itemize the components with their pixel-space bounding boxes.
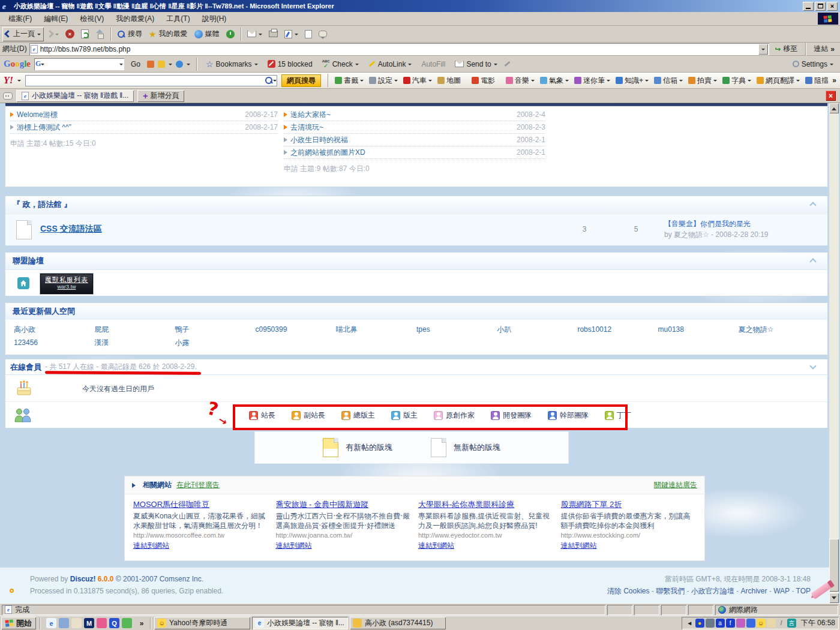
ad-title-link[interactable]: MOSOR馬仕得咖啡豆 — [133, 499, 269, 510]
quick-launch-icon[interactable]: M — [84, 618, 94, 628]
yahoo-toolbar-button[interactable]: 信箱 — [654, 76, 683, 86]
google-autofill-button[interactable]: AutoFill — [418, 57, 448, 71]
stop-button[interactable]: × — [62, 27, 77, 41]
messenger-button[interactable] — [316, 27, 330, 41]
forum-name-link[interactable]: CSS 交流語法區 — [40, 224, 102, 235]
menu-item[interactable]: 我的最愛(A) — [110, 12, 160, 26]
tray-icon[interactable] — [767, 619, 776, 628]
yahoo-toolbar-button[interactable]: 阻擋跳窗 — [805, 76, 828, 86]
yahoo-toolbar-button[interactable]: 設定 — [369, 76, 398, 86]
menu-item[interactable]: 說明(H) — [196, 12, 233, 26]
space-user-link[interactable]: 鴨子 — [175, 323, 255, 335]
yahoo-toolbar-button[interactable]: 迷你筆 — [574, 76, 610, 86]
yahoo-toolbar-button[interactable]: 書籤 — [335, 76, 364, 86]
tray-icon[interactable]: 言 — [787, 619, 796, 628]
google-bookmarks-button[interactable]: ☆ Bookmarks — [203, 57, 261, 71]
google-popup-blocker-button[interactable]: 15 blocked — [265, 57, 316, 71]
space-user-link[interactable]: 漢漢 — [94, 337, 175, 349]
yahoo-search-input[interactable] — [25, 75, 277, 86]
start-button[interactable]: 開始 — [1, 617, 36, 629]
footer-link[interactable]: 聯繫我們 — [650, 587, 685, 595]
media-button[interactable]: 媒體 — [191, 27, 223, 41]
google-star-add-icon[interactable] — [158, 61, 165, 68]
quick-launch-icon[interactable] — [122, 618, 132, 628]
edit-button[interactable] — [281, 27, 301, 41]
ad-title-link[interactable]: 喬安旅遊 - 金典中國新遊蹤 — [276, 499, 412, 510]
google-sendto-button[interactable]: Send to — [452, 57, 500, 71]
task-button[interactable]: 高小政 (asd7374415) — [350, 617, 446, 629]
yahoo-toolbar-button[interactable]: 知識+ — [616, 76, 649, 86]
address-input[interactable]: e http://bbs.tw789.net/bbs.php — [29, 43, 770, 55]
tray-icon[interactable] — [746, 619, 755, 628]
yahoo-websearch-button[interactable]: 網頁搜尋 — [281, 74, 321, 87]
yahoo-overflow-icon[interactable]: » — [832, 76, 836, 85]
space-user-link[interactable]: 夏之物語☆ — [739, 323, 819, 335]
tray-icon[interactable]: f — [726, 619, 735, 628]
taskbar-clock[interactable]: 下午 06:58 — [801, 618, 835, 628]
tray-icon[interactable] — [706, 619, 715, 628]
ad-visit-link[interactable]: 連結到網站 — [418, 541, 454, 551]
footer-link-label[interactable]: 清除 Cookies — [607, 587, 650, 595]
google-news-icon[interactable] — [147, 61, 154, 68]
space-user-link[interactable]: 喵北鼻 — [336, 323, 416, 335]
ad-visit-link[interactable]: 連結到網站 — [276, 541, 312, 551]
forward-button[interactable] — [44, 27, 62, 41]
tray-icon[interactable]: a — [716, 619, 725, 628]
ad-title-link[interactable]: 股票網路下單 2折 — [561, 499, 697, 510]
space-user-link[interactable]: 小趴 — [497, 323, 577, 335]
footer-link[interactable]: 小政官方論壇 — [685, 587, 734, 595]
yahoo-toolbar-button[interactable]: 拍賣 — [688, 76, 717, 86]
new-tab-button[interactable]: + 新增分頁 — [137, 90, 184, 102]
space-user-link[interactable]: 123456 — [14, 337, 94, 349]
minimize-button[interactable] — [803, 2, 814, 11]
mail-button[interactable] — [244, 27, 265, 41]
highlighter-icon[interactable] — [504, 61, 510, 67]
quick-launch-icon[interactable]: Q — [109, 618, 119, 628]
links-button[interactable]: 連結 » — [811, 42, 838, 56]
thread-title-link[interactable]: 去清境玩~ — [290, 122, 503, 133]
thread-title-link[interactable]: 送給大家搭~ — [290, 110, 503, 120]
keyword-ads-link[interactable]: 關鍵連結廣告 — [654, 480, 697, 490]
space-user-link[interactable]: 高小政 — [14, 323, 94, 335]
space-user-link[interactable]: 屁屁 — [94, 323, 175, 335]
thread-title-link[interactable]: 小政生日時的祝福 — [290, 135, 503, 145]
ad-visit-link[interactable]: 連結到網站 — [561, 541, 597, 551]
post-ad-link[interactable]: 在此刊登廣告 — [176, 480, 220, 490]
task-button[interactable]: e 小政娛樂論壇 -- 寵物 ‖... — [252, 617, 348, 629]
footer-link-label[interactable]: 聯繫我們 — [656, 587, 685, 595]
space-user-link[interactable]: 小露 — [175, 337, 255, 349]
discuss-button[interactable] — [302, 27, 315, 41]
yahoo-toolbar-button[interactable]: 字典 — [722, 76, 751, 86]
google-go-button[interactable]: Go — [128, 57, 143, 71]
footer-link[interactable]: 清除 Cookies — [607, 587, 650, 595]
grammar-section-header[interactable]: 『 政，語法館 』 — [5, 196, 827, 213]
alliance-section-header[interactable]: 聯盟論壇 — [5, 253, 827, 269]
quick-launch-overflow-icon[interactable]: » — [137, 618, 146, 629]
collapse-icon[interactable] — [809, 202, 816, 208]
yahoo-logo[interactable]: Y! — [4, 75, 13, 86]
quick-launch-icon[interactable] — [71, 618, 82, 628]
yahoo-toolbar-button[interactable]: 氣象 — [540, 76, 569, 86]
search-button[interactable]: 搜尋 — [114, 27, 145, 41]
thread-title-link[interactable]: 游標上傳測試 ^^" — [17, 122, 235, 133]
maximize-button[interactable] — [815, 2, 826, 11]
quick-launch-icon[interactable]: e — [46, 618, 56, 628]
space-user-link[interactable]: c0950399 — [256, 323, 336, 335]
favorites-button[interactable]: ★ 我的最愛 — [146, 27, 191, 41]
google-quote-icon[interactable] — [176, 61, 183, 68]
thread-title-link[interactable]: 之前網站被抓的圖片XD — [290, 148, 503, 158]
tab-active[interactable]: e 小政娛樂論壇 -- 寵物 ‖遊戲 ‖... — [16, 90, 134, 102]
yahoo-toolbar-button[interactable]: 電影 — [472, 76, 500, 86]
menu-item[interactable]: 檔案(F) — [2, 12, 38, 26]
ad-title-link[interactable]: 大學眼科-給你專業眼科診療 — [418, 499, 554, 510]
google-autolink-button[interactable]: AutoLink — [365, 57, 415, 71]
quick-launch-icon[interactable] — [97, 618, 107, 628]
close-button[interactable]: × — [827, 2, 838, 11]
tray-icon[interactable]: / — [777, 619, 786, 628]
print-button[interactable] — [266, 27, 281, 41]
yahoo-toolbar-button[interactable]: 音樂 — [506, 76, 535, 86]
ad-visit-link[interactable]: 連結到網站 — [133, 541, 169, 551]
alliance-banner-link[interactable]: 魔獸私服列表 war3.tw — [40, 274, 93, 294]
space-user-link[interactable]: robs10012 — [577, 323, 658, 335]
google-search-input[interactable]: G — [34, 58, 124, 70]
